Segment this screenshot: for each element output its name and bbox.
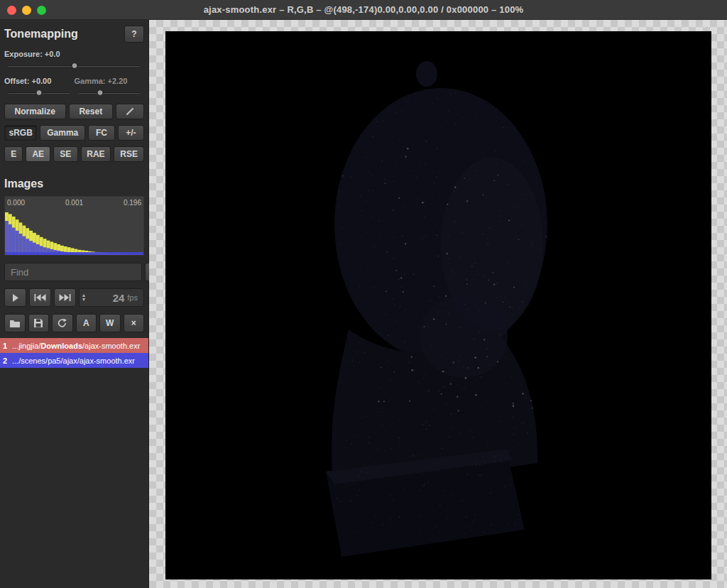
tonemap-srgb-button[interactable]: sRGB <box>4 125 37 141</box>
image-list-item-reference[interactable]: 1 ...jingjia/Downloads/ajax-smooth.exr <box>0 338 148 353</box>
open-button[interactable] <box>4 314 26 332</box>
help-button[interactable]: ? <box>124 26 144 43</box>
metric-rae-button[interactable]: RAE <box>81 146 111 162</box>
offset-slider-knob[interactable] <box>36 89 43 96</box>
histogram-mean-label: 0.001 <box>65 199 83 207</box>
image-list-item-selected[interactable]: 2 .../scenes/pa5/ajax/ajax-smooth.exr <box>0 353 148 368</box>
image-index: 1 <box>3 342 12 350</box>
histogram-min-label: 0.000 <box>7 199 25 207</box>
image-index: 2 <box>3 356 12 365</box>
reset-button[interactable]: Reset <box>69 104 113 119</box>
metric-e-button[interactable]: E <box>4 146 23 162</box>
traffic-lights <box>7 6 46 15</box>
minimize-window-button[interactable] <box>22 6 31 15</box>
images-heading: Images <box>4 178 43 190</box>
close-image-button[interactable]: × <box>124 314 145 332</box>
spinner-arrows-icon[interactable]: ▴▾ <box>82 293 85 302</box>
histogram-plot <box>5 209 143 255</box>
reload-button[interactable] <box>52 314 73 332</box>
window-title: ajax-smooth.exr – R,G,B – @(498,-174)0.0… <box>204 4 524 15</box>
fps-value[interactable]: 24 <box>113 292 125 304</box>
auto-reload-button[interactable]: A <box>76 314 97 332</box>
rendered-image[interactable] <box>165 31 711 579</box>
normalize-button[interactable]: Normalize <box>4 104 66 119</box>
histogram-max-label: 0.196 <box>124 199 141 207</box>
sidebar: Tonemapping ? Exposure: +0.0 Offset: +0.… <box>0 20 149 588</box>
tev-window: ajax-smooth.exr – R,G,B – @(498,-174)0.0… <box>0 0 727 588</box>
tonemap-gamma-button[interactable]: Gamma <box>40 125 85 141</box>
play-button[interactable] <box>4 288 26 307</box>
titlebar: ajax-smooth.exr – R,G,B – @(498,-174)0.0… <box>0 0 727 20</box>
image-path: .../scenes/pa5/ajax/ajax-smooth.exr <box>12 356 135 365</box>
gamma-slider-knob[interactable] <box>97 89 103 96</box>
close-window-button[interactable] <box>7 6 16 15</box>
fps-spinner[interactable]: ▴▾ 24 fps <box>79 288 144 307</box>
gamma-slider-track[interactable] <box>79 92 141 94</box>
fps-unit-label: fps <box>127 293 138 302</box>
find-input[interactable] <box>4 263 142 281</box>
tonemap-posneg-button[interactable]: +/- <box>118 125 144 141</box>
offset-label: Offset: +0.00 <box>4 77 75 85</box>
skip-forward-icon <box>59 294 71 301</box>
save-button[interactable] <box>28 314 50 332</box>
image-list: 1 ...jingjia/Downloads/ajax-smooth.exr 2… <box>0 338 148 368</box>
exposure-label: Exposure: +0.0 <box>4 50 144 58</box>
folder-icon <box>9 319 21 328</box>
image-canvas-area[interactable] <box>149 20 727 588</box>
gamma-label: Gamma: +2.20 <box>75 77 145 85</box>
play-icon <box>12 294 19 302</box>
pencil-icon <box>125 107 135 116</box>
gamma-slider[interactable] <box>75 88 145 98</box>
metric-rse-button[interactable]: RSE <box>114 146 144 162</box>
histogram: 0.000 0.001 0.196 <box>4 196 144 256</box>
watch-button[interactable]: W <box>99 314 121 332</box>
metric-ae-button[interactable]: AE <box>26 146 50 162</box>
exposure-slider[interactable] <box>4 61 144 71</box>
skip-back-icon <box>34 294 46 301</box>
ajax-render <box>165 31 711 579</box>
reload-icon <box>57 318 67 328</box>
pencil-button[interactable] <box>116 104 144 119</box>
image-path: ...jingjia/Downloads/ajax-smooth.exr <box>12 342 140 350</box>
offset-slider[interactable] <box>4 88 75 98</box>
metric-se-button[interactable]: SE <box>53 146 78 162</box>
tonemapping-heading: Tonemapping <box>4 28 78 40</box>
skip-back-button[interactable] <box>29 288 51 307</box>
zoom-window-button[interactable] <box>37 6 46 15</box>
exposure-slider-knob[interactable] <box>71 62 77 69</box>
save-icon <box>33 318 43 328</box>
skip-forward-button[interactable] <box>54 288 76 307</box>
tonemap-fc-button[interactable]: FC <box>88 125 114 141</box>
